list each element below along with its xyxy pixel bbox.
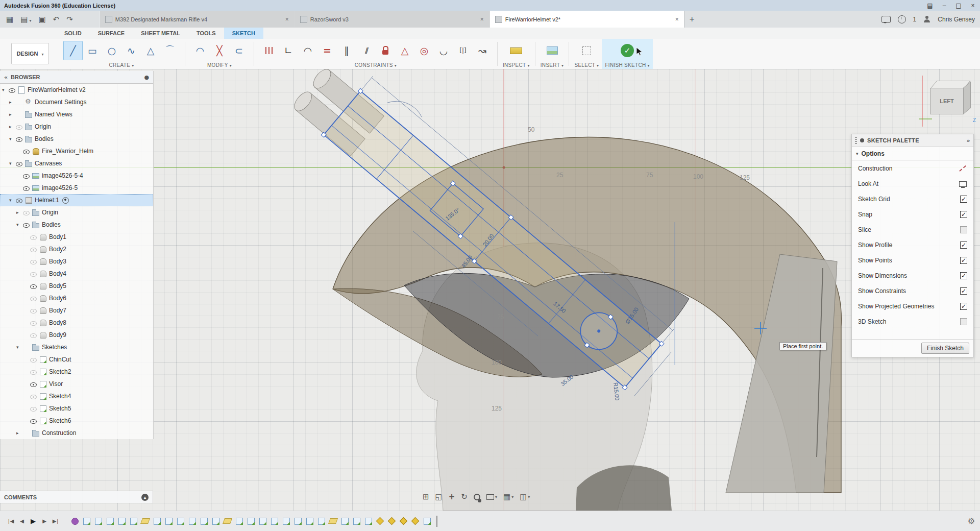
- tree-row[interactable]: Canvases: [0, 157, 153, 170]
- tree-row[interactable]: Sketch6: [0, 415, 153, 427]
- timeline-feature-icon[interactable]: [293, 517, 302, 525]
- timeline-play[interactable]: [28, 516, 39, 526]
- timeline-feature-icon[interactable]: [282, 517, 290, 525]
- visibility-eye-icon[interactable]: [30, 356, 37, 364]
- timeline-feature-icon[interactable]: [117, 517, 126, 525]
- timeline-feature-icon[interactable]: [352, 517, 361, 525]
- options-section-header[interactable]: Options: [852, 147, 973, 161]
- visibility-eye-icon[interactable]: [30, 233, 37, 241]
- visibility-eye-icon[interactable]: [30, 319, 37, 327]
- browser-options-icon[interactable]: ●: [144, 74, 149, 81]
- tree-row[interactable]: Visor: [0, 378, 153, 390]
- visibility-eye-icon[interactable]: [8, 86, 16, 94]
- palette-option-row[interactable]: Sketch Grid: [852, 191, 973, 207]
- rectangle-tool[interactable]: [83, 41, 102, 60]
- group-label-create[interactable]: CREATE: [109, 61, 134, 69]
- perpendicular-constraint[interactable]: [279, 41, 298, 60]
- comment-bubble-icon[interactable]: [881, 16, 891, 23]
- visibility-eye-icon[interactable]: [22, 172, 30, 180]
- workspace-selector[interactable]: DESIGN: [11, 43, 49, 64]
- expand-arrow-icon[interactable]: [16, 430, 22, 436]
- user-avatar-icon[interactable]: [923, 16, 930, 23]
- expand-arrow-icon[interactable]: [2, 87, 8, 92]
- tree-row[interactable]: image4526-5-4: [0, 170, 153, 182]
- timeline-feature-icon[interactable]: [247, 517, 255, 525]
- tree-row[interactable]: Sketch2: [0, 366, 153, 378]
- timeline-playhead[interactable]: [436, 516, 437, 527]
- timeline-feature-icon[interactable]: [70, 517, 79, 525]
- timeline-feature-icon[interactable]: [329, 517, 337, 525]
- tree-row[interactable]: image4526-5: [0, 182, 153, 194]
- expand-arrow-icon[interactable]: [9, 198, 15, 203]
- visibility-eye-icon[interactable]: [30, 405, 37, 413]
- ribbon-tab[interactable]: SKETCH: [224, 28, 263, 39]
- timeline-step-back[interactable]: [16, 516, 28, 526]
- view-cube-front-face[interactable]: LEFT: [930, 88, 964, 114]
- group-label-inspect[interactable]: INSPECT: [503, 61, 530, 69]
- ribbon-tab[interactable]: SURFACE: [90, 28, 133, 39]
- visibility-eye-icon[interactable]: [30, 246, 37, 253]
- user-name[interactable]: Chris Gensey: [938, 16, 975, 23]
- collapse-palette-icon[interactable]: »: [967, 137, 970, 144]
- palette-option-row[interactable]: Snap: [852, 207, 973, 222]
- palette-option-checkbox[interactable]: [960, 196, 967, 203]
- document-tab[interactable]: RazorSword v3: [295, 11, 489, 28]
- tree-row[interactable]: Origin: [0, 206, 153, 219]
- visibility-eye-icon[interactable]: [30, 258, 37, 266]
- group-label-select[interactable]: SELECT: [574, 61, 599, 69]
- expand-arrow-icon[interactable]: [9, 136, 15, 141]
- tree-row[interactable]: ChinCut: [0, 353, 153, 366]
- visibility-eye-icon[interactable]: [22, 221, 30, 229]
- palette-option-row[interactable]: Look At: [852, 176, 973, 191]
- timeline-feature-icon[interactable]: [129, 517, 138, 525]
- tree-row[interactable]: Named Views: [0, 108, 153, 120]
- palette-option-row[interactable]: Slice: [852, 222, 973, 237]
- visibility-eye-icon[interactable]: [30, 417, 37, 425]
- tree-row[interactable]: Helmet:1: [0, 194, 153, 206]
- palette-option-icon[interactable]: [958, 164, 967, 173]
- equal-constraint[interactable]: [317, 41, 337, 60]
- timeline-feature-icon[interactable]: [423, 517, 431, 525]
- visibility-eye-icon[interactable]: [30, 295, 37, 302]
- timeline-feature-icon[interactable]: [223, 517, 232, 525]
- settings-gear-icon[interactable]: ⚙: [968, 516, 975, 526]
- fit-view-icon[interactable]: [423, 492, 429, 501]
- parallel-constraint[interactable]: [337, 41, 356, 60]
- tree-row[interactable]: Sketch4: [0, 390, 153, 402]
- palette-option-checkbox[interactable]: [960, 272, 967, 279]
- drag-grip-icon[interactable]: [855, 137, 857, 144]
- arc-tool[interactable]: [160, 41, 180, 60]
- spline-tool[interactable]: [121, 41, 141, 60]
- line-tool[interactable]: [63, 41, 83, 60]
- expand-arrow-icon[interactable]: [9, 124, 15, 129]
- timeline-feature-icon[interactable]: [317, 517, 326, 525]
- palette-option-row[interactable]: Show Constraints: [852, 283, 973, 299]
- timeline-feature-icon[interactable]: [188, 517, 197, 525]
- symmetry-constraint[interactable]: [453, 41, 473, 60]
- expand-arrow-icon[interactable]: [9, 112, 15, 117]
- app-grid-icon[interactable]: ▦: [6, 15, 13, 24]
- minimize-button[interactable]: –: [937, 0, 951, 11]
- trim-tool[interactable]: [210, 41, 229, 60]
- timeline-feature-icon[interactable]: [376, 517, 384, 525]
- tree-row[interactable]: FireWarriorHelmet v2: [0, 84, 153, 96]
- finish-sketch-button[interactable]: Finish Sketch: [921, 343, 969, 354]
- pan-icon[interactable]: [449, 492, 455, 501]
- document-tab[interactable]: M392 Designated Marksman Rifle v4: [100, 11, 295, 28]
- file-menu-icon[interactable]: ▤: [20, 15, 31, 24]
- visibility-eye-icon[interactable]: [15, 123, 23, 131]
- timeline-feature-icon[interactable]: [411, 517, 420, 525]
- timeline-feature-icon[interactable]: [364, 517, 373, 525]
- concentric-constraint[interactable]: [414, 41, 434, 60]
- tree-row[interactable]: Body4: [0, 268, 153, 280]
- palette-option-row[interactable]: Construction: [852, 161, 973, 176]
- comments-panel[interactable]: COMMENTS ▴: [0, 491, 153, 503]
- palette-option-row[interactable]: Show Projected Geometries: [852, 299, 973, 314]
- palette-option-checkbox[interactable]: [960, 242, 967, 249]
- expand-arrow-icon[interactable]: [16, 345, 22, 350]
- fix-constraint[interactable]: [376, 41, 395, 60]
- offset-tool[interactable]: [229, 41, 249, 60]
- palette-option-checkbox[interactable]: [960, 226, 967, 233]
- tree-row[interactable]: Bodies: [0, 219, 153, 231]
- tree-row[interactable]: Bodies: [0, 133, 153, 145]
